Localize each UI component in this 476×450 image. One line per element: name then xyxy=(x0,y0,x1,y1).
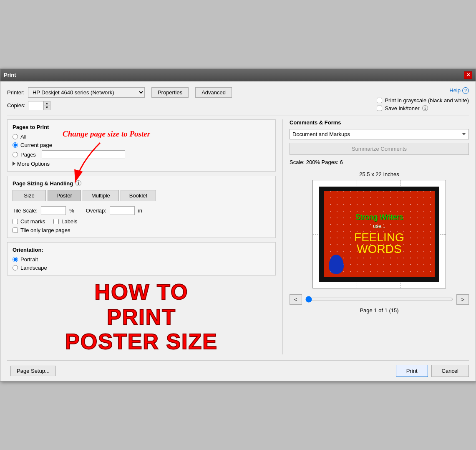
grayscale-checkbox[interactable] xyxy=(377,98,382,103)
printer-select[interactable]: HP Deskjet 4640 series (Network) xyxy=(28,87,145,98)
copies-input[interactable]: 1 xyxy=(28,101,43,109)
properties-button[interactable]: Properties xyxy=(151,87,189,98)
landscape-label[interactable]: Landscape xyxy=(13,265,270,271)
portrait-radio[interactable] xyxy=(13,257,18,262)
tile-only-label[interactable]: Tile only large pages xyxy=(13,227,270,233)
save-ink-info-icon[interactable]: ℹ xyxy=(422,105,428,111)
save-ink-checkbox-label[interactable]: Save ink/toner ℹ xyxy=(377,105,428,111)
prev-page-button[interactable]: < xyxy=(290,294,302,305)
page-sizing-title: Page Sizing & Handling ℹ xyxy=(13,180,270,187)
comments-forms-title: Comments & Forms xyxy=(290,119,469,126)
tile-only-checkbox[interactable] xyxy=(13,228,18,233)
percent-label: % xyxy=(69,207,74,214)
portrait-label[interactable]: Portrait xyxy=(13,256,270,263)
orientation-section: Orientation: Portrait Landscape xyxy=(7,242,276,276)
next-page-button[interactable]: > xyxy=(456,294,469,305)
page-setup-button[interactable]: Page Setup... xyxy=(10,366,56,376)
big-text-line2: PRINT xyxy=(7,305,276,330)
sizing-tabs: Size Poster Multiple Booklet xyxy=(13,190,270,201)
print-dialog: Print ✕ Printer: HP Deskjet 4640 series … xyxy=(0,68,476,382)
pages-radio[interactable] xyxy=(13,152,18,157)
cut-marks-label[interactable]: Cut marks xyxy=(13,218,45,225)
overlap-input[interactable]: 0.005 xyxy=(110,206,135,215)
save-ink-label: Save ink/toner xyxy=(385,105,419,111)
grayscale-checkbox-label[interactable]: Print in grayscale (black and white) xyxy=(377,97,469,104)
labels-text: Labels xyxy=(61,218,77,225)
tab-booklet[interactable]: Booklet xyxy=(121,190,156,201)
save-ink-checkbox[interactable] xyxy=(377,106,382,111)
grayscale-label: Print in grayscale (black and white) xyxy=(385,97,469,104)
printer-label: Printer: xyxy=(7,89,25,96)
page-info: Page 1 of 1 (15) xyxy=(290,307,469,313)
tab-multiple[interactable]: Multiple xyxy=(83,190,119,201)
poster-elephant xyxy=(329,255,344,274)
preview-container: 25.5 x 22 Inches Strong Writersuse... FE… xyxy=(290,171,469,313)
advanced-button[interactable]: Advanced xyxy=(195,87,232,98)
all-radio[interactable] xyxy=(13,134,18,139)
page-slider[interactable] xyxy=(305,296,453,303)
current-page-label: Current page xyxy=(20,142,52,148)
landscape-radio[interactable] xyxy=(13,265,18,271)
pages-field[interactable]: 15 xyxy=(42,150,125,159)
current-page-radio-label[interactable]: Current page xyxy=(13,142,270,148)
tile-only-text: Tile only large pages xyxy=(20,227,70,233)
cut-marks-text: Cut marks xyxy=(20,218,45,225)
orientation-radio-group: Portrait Landscape xyxy=(13,256,270,271)
landscape-text: Landscape xyxy=(20,265,47,271)
preview-box: Strong Writersuse... FEELINGWORDS xyxy=(312,180,446,288)
preview-nav: < > xyxy=(290,294,469,305)
overlap-label: Overlap: xyxy=(86,207,106,214)
window-title: Print xyxy=(4,72,16,78)
cut-marks-row: Cut marks Labels xyxy=(13,218,270,225)
pages-radio-group: All Current page Pages 15 xyxy=(13,134,270,159)
poster-preview-image: Strong Writersuse... FEELINGWORDS xyxy=(319,187,439,282)
help-icon: ? xyxy=(462,87,469,94)
pages-to-print-title: Pages to Print xyxy=(13,124,270,130)
page-sizing-section: Page Sizing & Handling ℹ Size Poster Mul… xyxy=(7,176,276,238)
tile-scale-input[interactable]: 200 xyxy=(41,206,66,215)
preview-size-label: 25.5 x 22 Inches xyxy=(290,171,469,177)
all-radio-label[interactable]: All xyxy=(13,134,270,140)
copies-up[interactable]: ▲ xyxy=(43,101,50,106)
close-button[interactable]: ✕ xyxy=(464,71,472,79)
poster-feeling-words: FEELINGWORDS xyxy=(354,232,404,255)
copies-label: Copies: xyxy=(7,102,25,109)
cancel-button[interactable]: Cancel xyxy=(431,365,469,377)
bottom-row: Page Setup... Print Cancel xyxy=(7,360,469,377)
tile-scale-row: Tile Scale: 200 % Overlap: 0.005 in xyxy=(13,206,270,215)
all-label: All xyxy=(20,134,26,140)
pages-radio-label[interactable]: Pages 15 xyxy=(13,150,270,159)
more-options-label: More Options xyxy=(17,161,50,167)
current-page-radio[interactable] xyxy=(13,142,18,148)
tab-size[interactable]: Size xyxy=(13,190,46,201)
big-overlay-text: HOW TO PRINT POSTER SIZE xyxy=(7,280,276,354)
print-button[interactable]: Print xyxy=(396,365,428,377)
title-bar: Print ✕ xyxy=(0,69,476,81)
tile-only-row: Tile only large pages xyxy=(13,227,270,233)
copies-down[interactable]: ▼ xyxy=(43,106,50,110)
orientation-title: Orientation: xyxy=(13,247,270,253)
big-text-line3: POSTER SIZE xyxy=(7,329,276,354)
labels-checkbox[interactable] xyxy=(53,219,59,224)
help-link[interactable]: Help ? xyxy=(449,87,469,94)
right-panel: Comments & Forms Document and Markups Do… xyxy=(282,119,469,354)
summarize-comments-button[interactable]: Summarize Comments xyxy=(290,143,469,155)
portrait-text: Portrait xyxy=(20,256,38,263)
tab-poster[interactable]: Poster xyxy=(48,190,81,201)
pages-label: Pages xyxy=(20,152,36,158)
in-label: in xyxy=(138,207,142,214)
more-options-toggle[interactable]: More Options xyxy=(13,161,270,167)
poster-strong-writers: Strong Writersuse... xyxy=(355,213,403,230)
more-options-arrow xyxy=(13,162,15,166)
scale-text: Scale: 200% Pages: 6 xyxy=(290,159,469,165)
comments-forms-select[interactable]: Document and Markups Document Form Field… xyxy=(290,129,469,139)
pages-to-print-section: Pages to Print All Current page xyxy=(7,119,276,172)
labels-label[interactable]: Labels xyxy=(53,218,77,225)
big-text-line1: HOW TO xyxy=(7,280,276,305)
cut-marks-checkbox[interactable] xyxy=(13,219,18,224)
help-label: Help xyxy=(449,87,461,94)
tile-scale-label: Tile Scale: xyxy=(13,207,38,214)
sizing-info-icon[interactable]: ℹ xyxy=(76,180,81,186)
